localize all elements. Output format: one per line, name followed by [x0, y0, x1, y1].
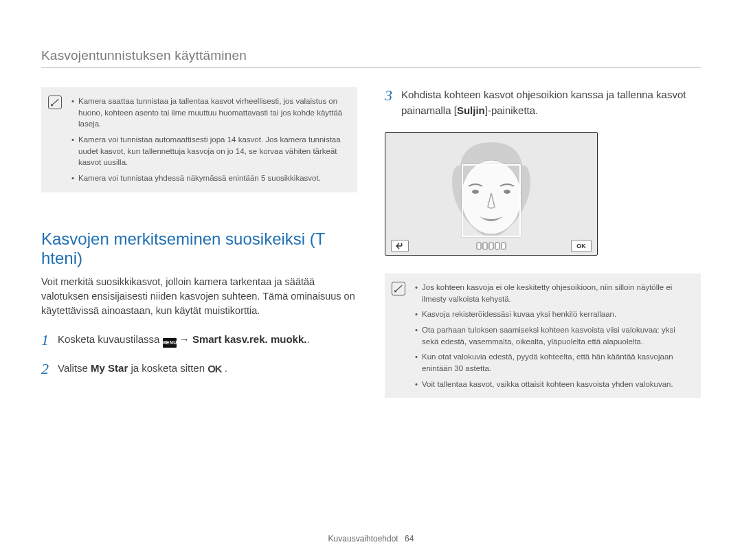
note-item: Kamera voi tunnistaa automaattisesti jop… — [71, 134, 348, 168]
page-number: 64 — [405, 534, 414, 544]
step-2: 2 Valitse My Star ja kosketa sitten OK . — [41, 361, 357, 377]
page-footer: Kuvausvaihtoehdot 64 — [0, 534, 742, 544]
step-text: . — [306, 333, 309, 345]
note-item: Jos kohteen kasvoja ei ole keskitetty oh… — [415, 282, 691, 304]
step-bold: Smart kasv.rek. muokk. — [192, 333, 306, 345]
step-text: Kosketa kuvaustilassa — [58, 333, 163, 345]
note-item: Kasvoja rekisteröidessäsi kuvaa yksi hen… — [415, 309, 691, 320]
back-button[interactable] — [391, 240, 409, 252]
step-3: 3 Kohdista kohteen kasvot ohjesoikion ka… — [385, 87, 701, 118]
step-bold: My Star — [91, 362, 128, 374]
right-column: 3 Kohdista kohteen kasvot ohjesoikion ka… — [385, 87, 701, 398]
note-item: Kun otat valokuvia edestä, pyydä kohteel… — [415, 351, 691, 374]
step-body: Kosketa kuvaustilassa MENU → Smart kasv.… — [58, 332, 357, 348]
step-text: ja kosketa sitten — [131, 362, 207, 374]
shot-counter — [477, 243, 506, 249]
ok-icon: OK — [207, 361, 222, 377]
step-bold: Suljin — [457, 104, 485, 116]
step-number: 3 — [385, 87, 401, 104]
page-header: Kasvojentunnistuksen käyttäminen — [41, 48, 701, 68]
step-text: Kohdista kohteen kasvot ohjesoikion kans… — [401, 89, 686, 116]
ok-button[interactable]: OK — [571, 240, 592, 252]
step-text: Valitse — [58, 362, 91, 374]
section-title: Kasvojen merkitseminen suosikeiksi (T ht… — [41, 229, 357, 268]
left-column: Kamera saattaa tunnistaa ja tallentaa ka… — [41, 87, 357, 398]
viewfinder-controls: OK — [385, 237, 597, 255]
menu-button-icon: MENU — [163, 338, 177, 348]
info-box-top: Kamera saattaa tunnistaa ja tallentaa ka… — [41, 87, 357, 192]
note-item: Ota parhaan tuloksen saamiseksi kohteen … — [415, 324, 691, 347]
face-guide-frame — [462, 164, 521, 237]
step-text: . — [225, 362, 227, 374]
note-item: Voit tallentaa kasvot, vaikka ottaisit k… — [415, 379, 691, 390]
step-number: 1 — [41, 332, 58, 348]
note-item: Kamera voi tunnistaa yhdessä näkymässä e… — [71, 172, 348, 184]
note-icon — [392, 282, 405, 295]
step-text: ]-painiketta. — [485, 104, 539, 116]
step-1: 1 Kosketa kuvaustilassa MENU → Smart kas… — [41, 332, 357, 348]
footer-label: Kuvausvaihtoehdot — [328, 534, 398, 544]
step-text: → — [179, 333, 192, 345]
step-body: Kohdista kohteen kasvot ohjesoikion kans… — [401, 87, 701, 118]
note-icon — [48, 96, 62, 109]
note-item: Kamera saattaa tunnistaa ja tallentaa ka… — [71, 96, 348, 130]
step-body: Valitse My Star ja kosketa sitten OK . — [58, 361, 357, 377]
info-box-bottom: Jos kohteen kasvoja ei ole keskitetty oh… — [385, 273, 701, 398]
section-intro: Voit merkitä suosikkikasvot, jolloin kam… — [41, 275, 357, 318]
back-arrow-icon — [396, 243, 404, 249]
step-number: 2 — [41, 361, 58, 377]
viewfinder-illustration: OK — [385, 132, 598, 256]
